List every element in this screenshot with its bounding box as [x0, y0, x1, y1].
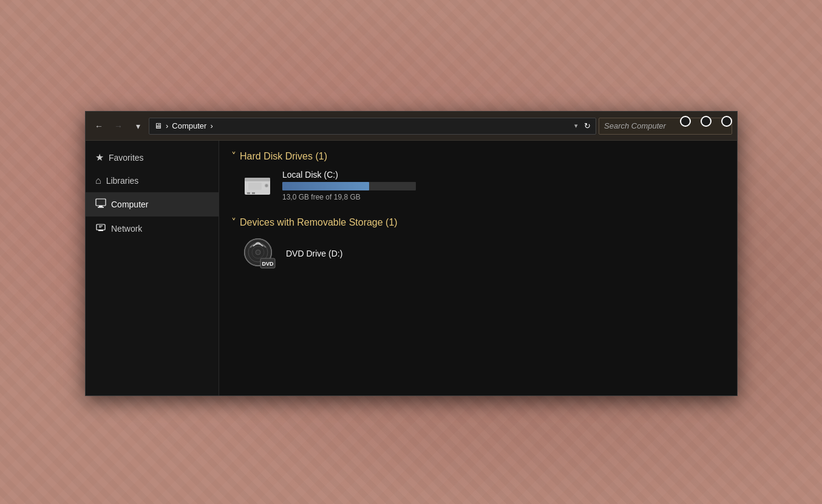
- svg-rect-10: [252, 192, 255, 194]
- sidebar-label-computer: Computer: [111, 200, 148, 209]
- removable-section-title: Devices with Removable Storage (1): [240, 217, 398, 228]
- dropdown-icon: ▾: [136, 121, 140, 131]
- address-separator-1: ›: [166, 121, 168, 130]
- svg-rect-2: [98, 207, 104, 208]
- dvd-drive-item[interactable]: DVD DVD Drive (D:): [241, 235, 725, 272]
- svg-rect-9: [247, 192, 250, 194]
- navigation-bar: ← → ▾ 🖥 › Computer › ▾ ↻: [86, 112, 737, 141]
- window-control-dot-2[interactable]: [701, 116, 712, 127]
- removable-storage-section: ˅ Devices with Removable Storage (1): [231, 217, 725, 272]
- sidebar-label-favorites: Favorites: [109, 153, 144, 163]
- refresh-icon[interactable]: ↻: [584, 121, 591, 130]
- window-control-dot-1[interactable]: [680, 116, 691, 127]
- svg-rect-1: [99, 206, 103, 207]
- hard-disk-chevron-icon: ˅: [231, 150, 236, 162]
- svg-rect-4: [98, 230, 103, 231]
- disk-usage-fill: [282, 182, 369, 190]
- disk-usage-bar: [282, 182, 416, 190]
- sidebar-item-network[interactable]: Network: [86, 217, 219, 241]
- svg-rect-6: [99, 227, 101, 227]
- svg-rect-11: [248, 183, 262, 190]
- sidebar-label-network: Network: [111, 224, 142, 234]
- svg-text:DVD: DVD: [262, 261, 274, 267]
- hard-disk-section-title: Hard Disk Drives (1): [240, 151, 327, 162]
- back-button[interactable]: ←: [90, 118, 107, 135]
- network-icon: [95, 223, 106, 235]
- libraries-icon: ⌂: [95, 175, 101, 186]
- removable-chevron-icon: ˅: [231, 217, 236, 228]
- address-bar[interactable]: 🖥 › Computer › ▾ ↻: [149, 118, 596, 135]
- disk-free-label: 13,0 GB free of 19,8 GB: [282, 193, 416, 201]
- computer-icon: 🖥: [154, 121, 162, 130]
- local-disk-name: Local Disk (C:): [282, 170, 416, 180]
- forward-button[interactable]: →: [110, 118, 127, 135]
- dvd-drive-name: DVD Drive (D:): [286, 249, 342, 258]
- sidebar-item-libraries[interactable]: ⌂ Libraries: [86, 169, 219, 192]
- computer-nav-icon: [95, 198, 106, 210]
- content-area: ★ Favorites ⌂ Libraries Computer: [86, 141, 737, 395]
- svg-rect-0: [96, 199, 106, 206]
- address-separator-2: ›: [210, 121, 212, 130]
- hdd-icon: [241, 169, 274, 202]
- window-controls: [680, 116, 732, 127]
- address-chevron-icon: ▾: [574, 122, 578, 130]
- svg-point-19: [256, 250, 260, 255]
- dropdown-button[interactable]: ▾: [129, 118, 146, 135]
- file-explorer-window: ← → ▾ 🖥 › Computer › ▾ ↻ ★ Favorites ⌂: [85, 111, 738, 396]
- hard-disk-section-header[interactable]: ˅ Hard Disk Drives (1): [231, 150, 725, 162]
- sidebar-item-favorites[interactable]: ★ Favorites: [86, 146, 219, 169]
- sidebar: ★ Favorites ⌂ Libraries Computer: [86, 141, 219, 395]
- back-icon: ←: [95, 121, 103, 131]
- svg-rect-8: [245, 178, 270, 181]
- svg-rect-5: [99, 226, 103, 226]
- local-disk-item[interactable]: Local Disk (C:) 13,0 GB free of 19,8 GB: [241, 169, 725, 202]
- main-panel: ˅ Hard Disk Drives (1): [219, 141, 737, 395]
- local-disk-info: Local Disk (C:) 13,0 GB free of 19,8 GB: [282, 170, 416, 201]
- favorites-icon: ★: [95, 152, 104, 163]
- sidebar-item-computer[interactable]: Computer: [86, 192, 219, 217]
- dvd-icon: DVD: [241, 235, 277, 272]
- sidebar-label-libraries: Libraries: [106, 176, 139, 186]
- forward-icon: →: [114, 121, 123, 131]
- window-control-dot-3[interactable]: [721, 116, 732, 127]
- removable-section-header[interactable]: ˅ Devices with Removable Storage (1): [231, 217, 725, 228]
- address-path: Computer: [172, 121, 206, 130]
- dvd-drive-info: DVD Drive (D:): [286, 248, 342, 259]
